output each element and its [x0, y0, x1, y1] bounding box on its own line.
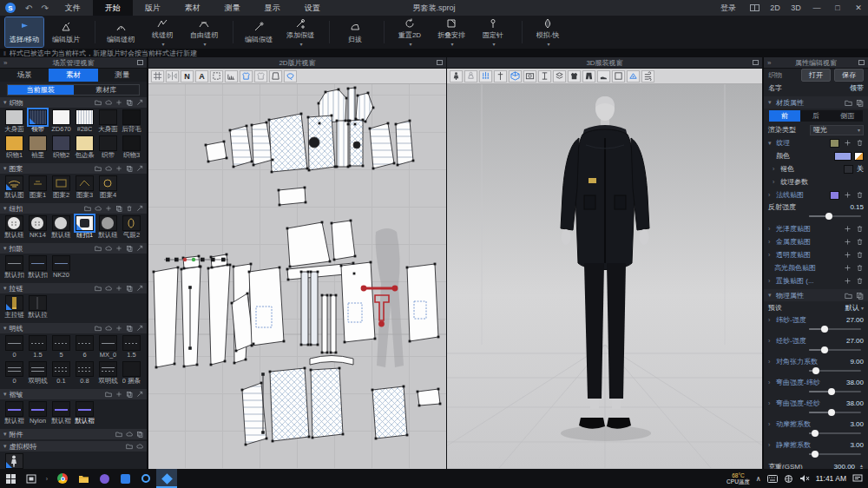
- expand-icon[interactable]: [136, 285, 143, 292]
- expand-icon[interactable]: [136, 99, 143, 106]
- fabric-item[interactable]: 织物2: [49, 135, 73, 160]
- opacity-map-label[interactable]: 透明度贴图: [776, 250, 811, 260]
- copy-icon[interactable]: [126, 285, 133, 292]
- warp-strength-value[interactable]: 27.00: [846, 337, 864, 345]
- expand-icon[interactable]: [136, 205, 143, 212]
- topstitch-item[interactable]: 双明线: [26, 361, 49, 386]
- add-icon[interactable]: [844, 225, 852, 233]
- menu-material[interactable]: 素材: [173, 0, 213, 16]
- mirror-icon[interactable]: [166, 70, 179, 82]
- reflect-value[interactable]: 0.15: [850, 203, 864, 211]
- folder-icon[interactable]: [95, 245, 102, 252]
- chevron-right-icon[interactable]: ›: [768, 226, 773, 232]
- app-logo-icon[interactable]: S: [5, 3, 16, 13]
- fabric-item[interactable]: #28C: [73, 109, 96, 134]
- render-icon[interactable]: [627, 70, 640, 82]
- menu-pattern[interactable]: 版片: [133, 0, 173, 16]
- diagonal-tension-label[interactable]: 对角张力系数: [776, 357, 818, 366]
- add-icon[interactable]: [844, 191, 852, 199]
- static-friction-slider[interactable]: [809, 453, 861, 455]
- topstitch-item[interactable]: 6: [73, 335, 96, 359]
- chevron-right-icon[interactable]: ›: [773, 166, 778, 172]
- task-view-button[interactable]: [21, 469, 42, 488]
- cloud-upload-icon[interactable]: [105, 99, 112, 106]
- section-header-button[interactable]: ▾ 纽扣: [0, 203, 147, 214]
- metal-map-label[interactable]: 金属度贴图: [776, 237, 811, 247]
- expand-icon[interactable]: [136, 165, 143, 172]
- topstitch-item[interactable]: 0.8: [73, 361, 96, 386]
- topstitch-item[interactable]: MX_0: [96, 335, 120, 359]
- section-header-pattern[interactable]: ▾ 图案: [0, 163, 147, 174]
- buttonhole-item[interactable]: 默认扣: [3, 255, 26, 280]
- topstitch-item[interactable]: 1.5: [120, 335, 143, 359]
- pucker-item[interactable]: 默认褶: [3, 401, 26, 425]
- trash-icon[interactable]: [856, 251, 864, 259]
- dynamic-friction-label[interactable]: 动摩擦系数: [776, 419, 811, 429]
- button-item[interactable]: NK14: [26, 215, 49, 240]
- fade-state[interactable]: 关: [857, 164, 864, 174]
- specular-map-label[interactable]: 高光颜色贴图: [774, 263, 816, 273]
- weft-strength-value[interactable]: 27.00: [846, 316, 864, 324]
- avatar-display-icon[interactable]: [450, 70, 463, 82]
- chevron-down-icon[interactable]: ▾: [768, 140, 773, 147]
- float-panel-icon[interactable]: [753, 60, 759, 65]
- preset-select[interactable]: 默认 ▾: [845, 303, 864, 313]
- add-icon[interactable]: [844, 251, 852, 259]
- float-panel-icon[interactable]: [858, 60, 865, 65]
- close-button[interactable]: ✕: [849, 0, 868, 16]
- section-header-topstitch[interactable]: ▾ 明线: [0, 323, 147, 333]
- menu-home[interactable]: 开始: [93, 0, 133, 16]
- menu-measure[interactable]: 测量: [213, 0, 253, 16]
- dynamic-friction-value[interactable]: 3.00: [850, 420, 864, 428]
- collapse-icon[interactable]: »: [3, 59, 7, 67]
- open-button[interactable]: 打开: [801, 69, 831, 82]
- app-icon-purple[interactable]: [94, 469, 115, 488]
- notch-tool-icon[interactable]: N: [181, 70, 194, 82]
- tool-line-sew[interactable]: 线缝纫▾: [143, 17, 181, 47]
- file-explorer-icon[interactable]: [73, 469, 94, 488]
- wind-icon[interactable]: [641, 70, 654, 82]
- login-button[interactable]: 登录: [713, 3, 743, 14]
- pattern-canvas[interactable]: [148, 84, 446, 468]
- tool-edit-sew[interactable]: 编辑缝纫: [102, 17, 140, 47]
- folder-icon[interactable]: [95, 325, 102, 332]
- copy-icon[interactable]: [126, 99, 133, 106]
- trash-icon[interactable]: [856, 139, 864, 147]
- save-icon[interactable]: [856, 292, 864, 300]
- tool-select-move[interactable]: 选择/移动: [5, 17, 43, 47]
- cpu-temp-widget[interactable]: 68°C CPU温度: [727, 472, 750, 485]
- fabric-item[interactable]: ZD670: [49, 109, 73, 134]
- add-icon[interactable]: [115, 325, 122, 332]
- jacket-display-icon[interactable]: [568, 70, 581, 82]
- copy-icon[interactable]: [126, 245, 133, 252]
- cloud-upload-icon[interactable]: [105, 285, 112, 292]
- weft-strength-label[interactable]: 纬纱-强度: [776, 315, 806, 325]
- chevron-right-icon[interactable]: ›: [768, 192, 773, 198]
- folder-icon[interactable]: [845, 99, 852, 107]
- chevron-right-icon[interactable]: ›: [768, 239, 773, 245]
- bend-warp-label[interactable]: 弯曲强度-经纱: [776, 399, 820, 408]
- trash-icon[interactable]: [856, 238, 864, 246]
- collapse-icon[interactable]: »: [767, 59, 771, 67]
- button-item-selected[interactable]: 纽扣1: [73, 215, 96, 240]
- layout-split-icon[interactable]: [745, 0, 764, 16]
- pants-display-icon[interactable]: [582, 70, 595, 82]
- layers-icon[interactable]: [553, 70, 566, 82]
- section-header-buttonhole[interactable]: ▾ 扣眼: [0, 243, 147, 254]
- app-icon-blue[interactable]: [115, 469, 135, 488]
- ruler-icon[interactable]: [225, 70, 238, 82]
- board-icon[interactable]: [612, 70, 625, 82]
- section-header-avatar[interactable]: ▾ 虚拟模特: [0, 441, 147, 452]
- fade-label[interactable]: 褪色: [780, 164, 794, 174]
- cloud-upload-icon[interactable]: [136, 443, 143, 450]
- zipper-item[interactable]: 默认拉: [26, 295, 49, 320]
- diagonal-tension-slider[interactable]: [809, 370, 861, 372]
- button-item[interactable]: 默认纽: [96, 215, 120, 240]
- fabric-item[interactable]: 包边条: [73, 135, 96, 160]
- copy-icon[interactable]: [136, 431, 143, 438]
- annotate-tool-icon[interactable]: A: [195, 70, 208, 82]
- view-3d-toggle[interactable]: 3D: [786, 0, 806, 16]
- folder-icon[interactable]: [95, 285, 102, 292]
- topstitch-item[interactable]: 0.1: [49, 361, 73, 386]
- buttonhole-item[interactable]: 默认扣: [26, 255, 49, 280]
